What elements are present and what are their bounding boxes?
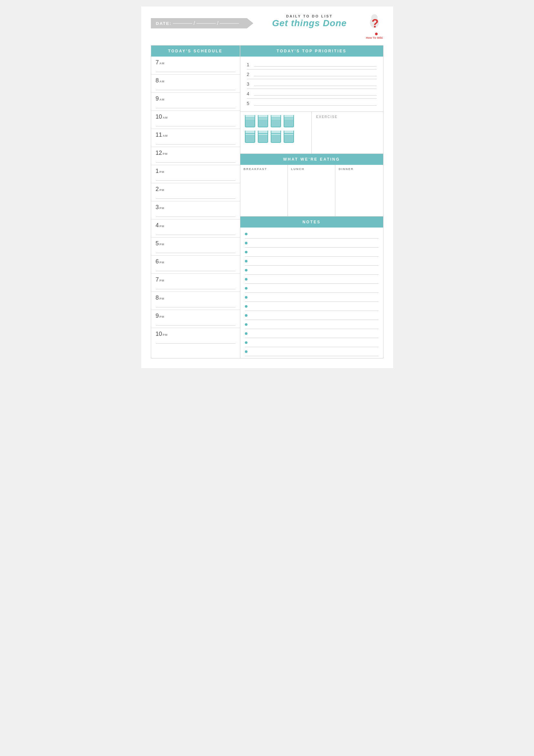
water-exercise-section: EXERCISE	[240, 112, 383, 154]
note-item-7[interactable]	[245, 284, 379, 293]
time-slot-13[interactable]: 8 PM	[151, 292, 240, 310]
title-section: DAILY TO DO LIST Get things Done	[272, 14, 347, 28]
main-grid: TODAY'S SCHEDULE 7 AM 8 AM 9 AM 10 AM 11…	[151, 45, 383, 359]
eating-cols: BREAKFASTLUNCHDINNER	[240, 165, 383, 217]
notes-list	[240, 228, 383, 358]
priority-num: 5	[247, 101, 251, 106]
eating-col-dinner[interactable]: DINNER	[335, 165, 383, 216]
time-label: 9 PM	[156, 312, 236, 319]
schedule-column: TODAY'S SCHEDULE 7 AM 8 AM 9 AM 10 AM 11…	[151, 45, 240, 358]
logo-svg: ?	[366, 13, 383, 36]
time-slot-12[interactable]: 7 PM	[151, 274, 240, 292]
priority-item-5[interactable]: 5	[247, 98, 377, 108]
note-item-2[interactable]	[245, 238, 379, 248]
time-line	[156, 126, 236, 126]
time-slot-11[interactable]: 6 PM	[151, 256, 240, 274]
glass-5[interactable]	[245, 131, 255, 143]
note-item-13[interactable]	[245, 338, 379, 347]
eating-col-label: DINNER	[339, 167, 380, 171]
time-slot-7[interactable]: 2 PM	[151, 183, 240, 202]
page: DATE: / / DAILY TO DO LIST Get things Do…	[141, 7, 393, 368]
note-item-9[interactable]	[245, 302, 379, 311]
date-blank-3[interactable]	[220, 23, 239, 24]
time-line	[156, 217, 236, 217]
time-label: 12 PM	[156, 149, 236, 156]
priority-num: 4	[247, 91, 251, 96]
time-slot-2[interactable]: 9 AM	[151, 93, 240, 111]
time-slot-0[interactable]: 7 AM	[151, 57, 240, 75]
note-bullet	[245, 314, 247, 317]
time-slot-8[interactable]: 3 PM	[151, 202, 240, 220]
note-item-6[interactable]	[245, 275, 379, 284]
note-item-4[interactable]	[245, 256, 379, 266]
priority-item-2[interactable]: 2	[247, 69, 377, 79]
date-section: DATE: / /	[151, 16, 254, 28]
time-slot-9[interactable]: 4 PM	[151, 220, 240, 237]
water-row-2	[245, 131, 307, 143]
glass-4[interactable]	[284, 115, 294, 127]
glass-2[interactable]	[258, 115, 268, 127]
note-item-3[interactable]	[245, 248, 379, 256]
priority-item-1[interactable]: 1	[247, 60, 377, 69]
logo-section: ? How To Wiki	[366, 13, 383, 40]
glass-3[interactable]	[271, 115, 281, 127]
glass-8[interactable]	[284, 131, 294, 143]
note-bullet	[245, 323, 247, 326]
note-item-5[interactable]	[245, 266, 379, 275]
note-item-12[interactable]	[245, 329, 379, 338]
note-item-10[interactable]	[245, 311, 379, 320]
time-line	[156, 162, 236, 163]
get-things-label: Get things Done	[272, 18, 347, 28]
date-blank-2[interactable]	[196, 23, 216, 24]
priority-line	[254, 76, 377, 76]
eating-col-breakfast[interactable]: BREAKFAST	[240, 165, 288, 216]
note-bullet	[245, 242, 247, 244]
time-line	[156, 90, 236, 90]
eating-col-label: BREAKFAST	[243, 167, 284, 171]
priority-line	[254, 95, 377, 96]
time-slot-4[interactable]: 11 AM	[151, 129, 240, 147]
priority-line	[254, 105, 377, 106]
priority-num: 2	[247, 72, 251, 77]
time-slots-list: 7 AM 8 AM 9 AM 10 AM 11 AM 12 PM	[151, 57, 240, 346]
note-item-11[interactable]	[245, 320, 379, 329]
note-item-1[interactable]	[245, 230, 379, 238]
time-slot-10[interactable]: 5 PM	[151, 237, 240, 256]
priority-item-3[interactable]: 3	[247, 79, 377, 89]
schedule-header: TODAY'S SCHEDULE	[151, 45, 240, 57]
eating-col-label: LUNCH	[291, 167, 332, 171]
time-slot-15[interactable]: 10 PM	[151, 328, 240, 346]
priorities-header: TODAY'S TOP PRIORITIES	[240, 45, 383, 57]
time-label: 10 PM	[156, 331, 236, 338]
exercise-section: EXERCISE	[312, 112, 383, 153]
priority-item-4[interactable]: 4	[247, 89, 377, 98]
time-label: 3 PM	[156, 204, 236, 211]
time-slot-5[interactable]: 12 PM	[151, 147, 240, 165]
time-label: 7 PM	[156, 276, 236, 283]
time-label: 1 PM	[156, 168, 236, 175]
time-slot-14[interactable]: 9 PM	[151, 310, 240, 328]
time-line	[156, 343, 236, 343]
exercise-label: EXERCISE	[316, 115, 379, 119]
eating-col-lunch[interactable]: LUNCH	[288, 165, 335, 216]
time-line	[156, 72, 236, 72]
glass-6[interactable]	[258, 131, 268, 143]
logo-text: How To Wiki	[366, 36, 383, 40]
note-bullet	[245, 341, 247, 344]
time-slot-3[interactable]: 10 AM	[151, 111, 240, 129]
note-item-14[interactable]	[245, 347, 379, 356]
svg-point-3	[375, 33, 378, 35]
glass-7[interactable]	[271, 131, 281, 143]
svg-text:?: ?	[371, 17, 379, 30]
date-box: DATE: / /	[151, 18, 254, 28]
time-label: 10 AM	[156, 114, 236, 120]
time-line	[156, 253, 236, 253]
note-bullet	[245, 278, 247, 281]
date-blank-1[interactable]	[173, 23, 192, 24]
time-slot-6[interactable]: 1 PM	[151, 165, 240, 183]
time-label: 9 AM	[156, 95, 236, 102]
glass-1[interactable]	[245, 115, 255, 127]
priority-line	[254, 86, 377, 86]
note-item-8[interactable]	[245, 293, 379, 302]
time-slot-1[interactable]: 8 AM	[151, 75, 240, 93]
